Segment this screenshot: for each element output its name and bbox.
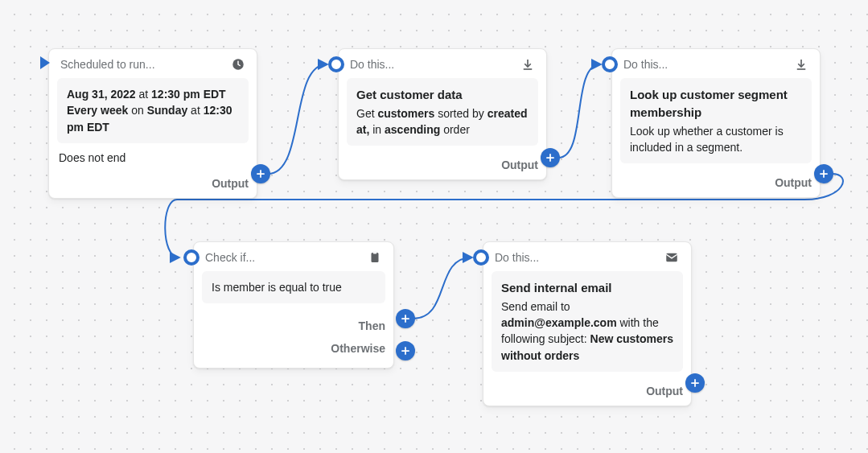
schedule-noend: Does not end	[49, 151, 257, 172]
header-label: Do this...	[350, 58, 394, 71]
schedule-every: Every week	[67, 104, 128, 117]
card-header: Do this...	[483, 242, 691, 271]
then-branch: Then	[202, 315, 385, 337]
schedule-card[interactable]: Scheduled to run... Aug 31, 2022 at 12:3…	[48, 48, 257, 199]
node-port[interactable]	[602, 56, 618, 72]
header-label: Do this...	[495, 251, 539, 264]
otherwise-branch: Otherwise	[202, 337, 385, 360]
schedule-date: Aug 31, 2022	[67, 88, 136, 101]
card-desc: Look up whether a customer is included i…	[630, 125, 784, 154]
start-indicator	[40, 56, 50, 69]
lookup-card[interactable]: Do this... Look up customer segment memb…	[611, 48, 821, 198]
email-card[interactable]: Do this... Send internal email Send emai…	[483, 241, 692, 406]
header-label: Check if...	[205, 251, 255, 264]
schedule-day: Sunday	[147, 104, 188, 117]
card-body: Get customer data Get customers sorted b…	[347, 78, 538, 146]
download-icon	[520, 57, 535, 72]
output-label: Output	[775, 176, 812, 189]
mail-icon	[664, 250, 680, 265]
card-header: Do this...	[612, 49, 820, 78]
download-icon	[794, 57, 808, 72]
condition-body: Is member is equal to true	[202, 271, 385, 303]
card-body: Send internal email Send email to admin@…	[492, 271, 683, 372]
card-title: Get customer data	[356, 86, 529, 104]
card-footer: Output	[483, 380, 691, 406]
card-footer: Output	[612, 171, 820, 197]
card-header: Check if...	[194, 242, 393, 271]
card-body: Look up customer segment membership Look…	[620, 78, 812, 163]
checkif-card[interactable]: Check if... Is member is equal to true T…	[193, 241, 394, 369]
node-port[interactable]	[183, 249, 200, 266]
card-title: Look up customer segment membership	[630, 86, 802, 121]
add-step-button[interactable]	[814, 164, 833, 183]
card-header: Scheduled to run...	[49, 49, 257, 78]
clock-icon	[231, 57, 245, 72]
clipboard-icon	[368, 250, 382, 265]
header-label: Do this...	[623, 58, 668, 71]
card-title: Send internal email	[501, 279, 673, 297]
output-label: Output	[646, 385, 683, 397]
card-body: Aug 31, 2022 at 12:30 pm EDT Every week …	[57, 78, 249, 143]
header-label: Scheduled to run...	[60, 58, 155, 71]
add-then-button[interactable]	[396, 309, 415, 328]
add-step-button[interactable]	[685, 373, 705, 393]
node-port[interactable]	[328, 56, 344, 72]
output-label: Output	[212, 177, 249, 190]
email-address: admin@example.com	[501, 316, 617, 329]
card-footer: Output	[49, 172, 257, 198]
card-footer: Output	[339, 154, 546, 179]
card-header: Do this...	[339, 49, 546, 78]
schedule-time1: 12:30 pm EDT	[151, 88, 226, 101]
output-label: Output	[501, 159, 538, 171]
add-step-button[interactable]	[251, 164, 270, 183]
getdata-card[interactable]: Do this... Get customer data Get custome…	[338, 48, 547, 180]
svg-rect-1	[372, 253, 379, 262]
svg-rect-2	[373, 252, 377, 254]
add-step-button[interactable]	[541, 148, 560, 167]
node-port[interactable]	[473, 249, 489, 266]
add-otherwise-button[interactable]	[396, 341, 415, 360]
